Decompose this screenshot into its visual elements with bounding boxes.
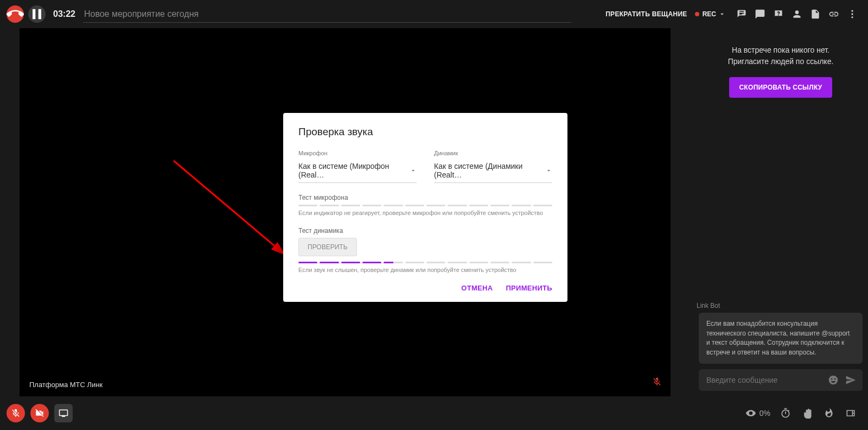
send-button[interactable] [842, 371, 859, 389]
stage-mic-muted-icon [652, 377, 662, 389]
document-icon [810, 9, 821, 20]
timer-icon [780, 408, 791, 419]
share-screen-button[interactable] [54, 404, 73, 422]
speaker-level-bar [298, 262, 552, 263]
speaker-select[interactable]: Как в системе (Динамики (Realt… [434, 159, 552, 183]
top-bar: 03:22 ПРЕКРАТИТЬ ВЕЩАНИЕ REC [0, 0, 868, 28]
chevron-down-icon [545, 167, 552, 174]
speaker-check-button[interactable]: ПРОВЕРИТЬ [298, 238, 357, 256]
notes-button[interactable] [732, 5, 751, 23]
emoji-button[interactable] [825, 371, 842, 389]
emoji-icon [828, 375, 839, 385]
screen-icon [59, 408, 68, 418]
chat-input-row [699, 369, 863, 391]
camera-toggle-button[interactable] [30, 404, 49, 422]
mic-test-hint: Если индикатор не реагирует, проверьте м… [298, 210, 552, 216]
mic-label: Микрофон [298, 150, 417, 156]
mic-level-bar [298, 205, 552, 206]
more-vert-icon [847, 9, 858, 20]
chat-input[interactable] [702, 369, 825, 391]
phone-hangup-icon [7, 5, 24, 23]
eye-icon [745, 408, 756, 419]
fire-icon [824, 408, 834, 419]
pause-button[interactable] [28, 5, 46, 23]
meeting-title-input[interactable] [83, 6, 571, 23]
copy-link-button[interactable]: СКОПИРОВАТЬ ССЫЛКУ [729, 77, 832, 98]
raise-hand-button[interactable] [796, 402, 818, 424]
pause-icon [28, 5, 46, 23]
mic-test-label: Тест микрофона [298, 194, 552, 201]
mic-toggle-button[interactable] [7, 404, 25, 422]
hand-icon [802, 408, 813, 419]
speaker-label: Динамик [434, 150, 552, 156]
chat-icon [755, 9, 765, 20]
visibility-indicator[interactable]: 0% [745, 408, 770, 419]
person-icon [792, 9, 802, 20]
speaker-test-hint: Если звук не слышен, проверьте динамик и… [298, 267, 552, 273]
mic-select-value: Как в системе (Микрофон (Real… [298, 162, 410, 179]
notes-icon [736, 9, 747, 20]
mic-off-icon [11, 408, 21, 418]
record-label: REC [703, 10, 716, 18]
link-button[interactable] [825, 5, 843, 23]
bot-message: Если вам понадобится консультация технич… [699, 313, 863, 364]
link-icon [828, 9, 839, 20]
hangup-button[interactable] [7, 5, 24, 23]
timer-button[interactable] [775, 402, 796, 424]
right-panel: На встрече пока никого нет. Пригласите л… [693, 28, 868, 396]
record-dot-icon [695, 12, 699, 16]
help-icon [773, 9, 784, 20]
stop-broadcast-button[interactable]: ПРЕКРАТИТЬ ВЕЩАНИЕ [605, 10, 687, 18]
camera-off-icon [35, 408, 44, 418]
help-button[interactable] [769, 5, 788, 23]
cancel-button[interactable]: ОТМЕНА [461, 284, 493, 292]
more-button[interactable] [843, 5, 861, 23]
chevron-down-icon [718, 10, 726, 18]
layout-button[interactable] [840, 402, 861, 424]
chevron-down-icon [410, 167, 417, 174]
speaker-test-label: Тест динамика [298, 227, 552, 235]
apply-button[interactable]: ПРИМЕНИТЬ [506, 284, 552, 292]
reactions-button[interactable] [818, 402, 840, 424]
speaker-select-value: Как в системе (Динамики (Realt… [434, 162, 545, 179]
layout-icon [845, 408, 856, 419]
chat-button[interactable] [751, 5, 769, 23]
bot-message-text: Если вам понадобится консультация технич… [706, 319, 855, 357]
visibility-pct: 0% [760, 409, 770, 418]
call-timer: 03:22 [53, 9, 75, 19]
dialog-title: Проверка звука [298, 126, 552, 138]
empty-state: На встрече пока никого нет. Пригласите л… [693, 28, 868, 98]
participants-button[interactable] [788, 5, 806, 23]
bot-author: Link Bot [697, 302, 868, 309]
platform-watermark: Платформа МТС Линк [29, 381, 103, 389]
record-toggle[interactable]: REC [695, 10, 726, 18]
empty-line-2: Пригласите людей по ссылке. [703, 56, 858, 67]
bottom-bar: 0% [0, 396, 868, 430]
send-icon [845, 375, 856, 385]
sound-check-dialog: Проверка звука Микрофон Как в системе (М… [283, 113, 567, 302]
empty-line-1: На встрече пока никого нет. [703, 45, 858, 56]
files-button[interactable] [806, 5, 825, 23]
mic-select[interactable]: Как в системе (Микрофон (Real… [298, 159, 417, 183]
